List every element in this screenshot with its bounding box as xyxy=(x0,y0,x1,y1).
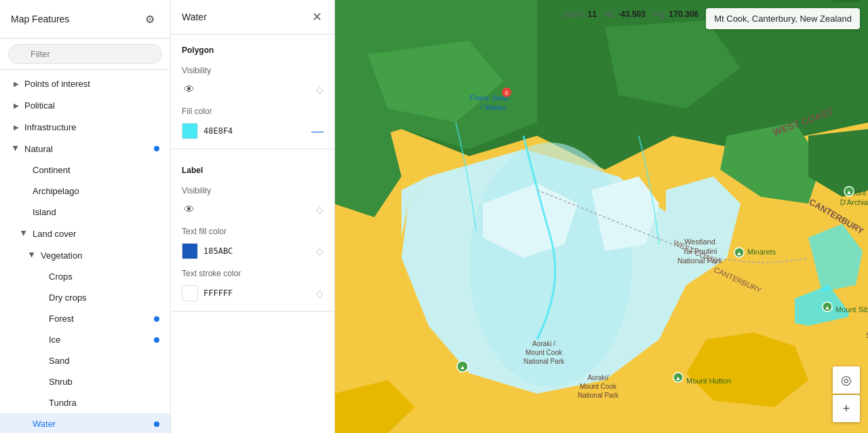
expand-arrow: ▶ xyxy=(19,228,30,239)
map-area[interactable]: zoom: 11 lat: -43.503 lng: 170.306 Mt Co… xyxy=(335,0,868,433)
sidebar-list: ▶Points of interest▶Political▶Infrastruc… xyxy=(0,70,170,433)
map-info-bar: zoom: 11 lat: -43.503 lng: 170.306 xyxy=(563,10,698,19)
color-swatch[interactable] xyxy=(182,243,198,259)
expand-arrow: ▶ xyxy=(11,143,22,154)
sidebar-item-label: Island xyxy=(33,207,159,217)
svg-text:Mount Hutton: Mount Hutton xyxy=(686,377,731,385)
filter-input[interactable] xyxy=(8,44,162,64)
svg-text:6: 6 xyxy=(505,90,508,96)
svg-text:▲: ▲ xyxy=(846,189,852,195)
sidebar-item-label: Points of interest xyxy=(24,79,159,89)
lng-label: lng: 170.306 xyxy=(654,10,698,19)
sidebar: Map Features ⚙ ☰ ▶Points of interest▶Pol… xyxy=(0,0,171,433)
lng-value: 170.306 xyxy=(669,10,698,19)
diamond-icon[interactable]: ◇ xyxy=(316,288,323,299)
expand-arrow: ▶ xyxy=(11,78,22,89)
zoom-in-button[interactable]: + xyxy=(833,395,860,422)
filter-wrap: ☰ xyxy=(8,44,162,64)
svg-text:National Park: National Park xyxy=(578,392,619,399)
sidebar-item-land-cover[interactable]: ▶Land cover xyxy=(0,223,170,244)
lat-label: lat: -43.503 xyxy=(605,10,646,19)
sidebar-item-continent[interactable]: Continent xyxy=(0,159,170,181)
sidebar-item-crops[interactable]: Crops xyxy=(0,266,170,287)
sidebar-item-label: Vegetation xyxy=(41,250,159,261)
sidebar-item-archipelago[interactable]: Archipelago xyxy=(0,181,170,202)
sidebar-item-infrastructure[interactable]: ▶Infrastructure xyxy=(0,116,170,138)
settings-button[interactable]: ⚙ xyxy=(140,10,159,29)
svg-text:Aoraki /: Aoraki / xyxy=(532,340,555,347)
divider xyxy=(171,311,334,312)
color-row: 48E8F4 — xyxy=(171,119,334,143)
minus-icon[interactable]: — xyxy=(311,125,323,137)
svg-text:/ Waiau: / Waiau xyxy=(481,103,506,111)
sidebar-item-ice[interactable]: Ice xyxy=(0,329,170,350)
expand-arrow: ▶ xyxy=(11,100,22,111)
svg-text:▲: ▲ xyxy=(675,375,682,381)
zoom-value: 11 xyxy=(587,10,596,19)
location-button[interactable]: ◎ xyxy=(833,366,860,394)
color-swatch[interactable] xyxy=(182,123,198,139)
sidebar-item-tundra[interactable]: Tundra xyxy=(0,392,170,413)
dot-indicator xyxy=(154,316,159,322)
sidebar-item-label: Crops xyxy=(49,271,159,282)
dot-indicator xyxy=(154,421,159,427)
eye-icon[interactable]: 👁 xyxy=(182,82,197,97)
sidebar-item-label: Archipelago xyxy=(33,186,159,196)
section-title-polygon: Polygon xyxy=(171,35,334,60)
color-row: FFFFFF ◇ xyxy=(171,281,334,305)
sidebar-item-label: Tundra xyxy=(49,398,159,408)
detail-row-label: Visibility xyxy=(171,60,334,78)
sidebar-header: Map Features ⚙ xyxy=(0,0,170,39)
svg-text:D'Archiac: D'Archiac xyxy=(840,198,868,206)
detail-header: Water ✕ xyxy=(171,0,334,35)
sidebar-item-label: Political xyxy=(24,100,159,111)
svg-text:▲: ▲ xyxy=(736,250,743,257)
sidebar-item-vegetation[interactable]: ▶Vegetation xyxy=(0,244,170,266)
svg-text:Minarets: Minarets xyxy=(747,248,776,256)
location-label: Mt Cook, Canterbury, New Zealand xyxy=(714,14,852,24)
sidebar-item-label: Ice xyxy=(49,335,154,345)
sidebar-item-forest[interactable]: Forest xyxy=(0,308,170,329)
diamond-icon[interactable]: ◇ xyxy=(316,246,323,257)
diamond-icon[interactable]: ◇ xyxy=(316,84,323,95)
sidebar-item-label: Infrastructure xyxy=(24,122,159,132)
sidebar-title: Map Features xyxy=(11,14,69,24)
map-svg: Westland Tai Poutini National Park Aorak… xyxy=(335,0,868,433)
sidebar-item-water[interactable]: Water xyxy=(0,413,170,433)
sidebar-item-political[interactable]: ▶Political xyxy=(0,94,170,116)
sidebar-item-label: Sand xyxy=(49,356,159,366)
svg-text:Mount Sibbald: Mount Sibbald xyxy=(835,305,868,314)
color-swatch[interactable] xyxy=(182,285,198,301)
map-controls: ⛶ ◎ + xyxy=(833,366,860,422)
sidebar-item-island[interactable]: Island xyxy=(0,202,170,223)
sidebar-item-sand[interactable]: Sand xyxy=(0,350,170,371)
sidebar-item-label: Dry crops xyxy=(49,293,159,303)
sidebar-item-label: Natural xyxy=(24,144,154,154)
zoom-label: zoom: 11 xyxy=(563,10,596,19)
color-value: FFFFFF xyxy=(203,288,233,298)
dot-indicator xyxy=(154,337,159,343)
sidebar-item-shrub[interactable]: Shrub xyxy=(0,371,170,392)
sidebar-item-label: Continent xyxy=(33,165,159,175)
detail-row-label: Text fill color xyxy=(171,221,334,239)
svg-text:Mount Cook: Mount Cook xyxy=(526,349,563,356)
detail-row-label: Fill color xyxy=(171,101,334,119)
sidebar-item-label: Forest xyxy=(49,314,154,324)
diamond-icon[interactable]: ◇ xyxy=(316,204,323,215)
eye-icon[interactable]: 👁 xyxy=(182,202,197,217)
location-tooltip: Mt Cook, Canterbury, New Zealand xyxy=(706,8,860,29)
svg-text:National Park: National Park xyxy=(524,358,565,365)
visibility-row: 👁 ◇ xyxy=(171,78,334,101)
expand-arrow: ▶ xyxy=(11,121,22,132)
filter-bar: ☰ xyxy=(0,39,170,70)
svg-text:Aoraki/: Aoraki/ xyxy=(587,374,608,381)
sidebar-item-natural[interactable]: ▶Natural xyxy=(0,138,170,159)
sidebar-item-dry-crops[interactable]: Dry crops xyxy=(0,287,170,308)
sidebar-item-points-of-interest[interactable]: ▶Points of interest xyxy=(0,73,170,94)
detail-panel: Water ✕ PolygonVisibility 👁 ◇ Fill color… xyxy=(171,0,335,433)
sidebar-item-label: Shrub xyxy=(49,377,159,387)
detail-row-label: Text stroke color xyxy=(171,263,334,281)
detail-panel-title: Water xyxy=(182,12,207,22)
svg-text:▲: ▲ xyxy=(460,364,466,371)
close-button[interactable]: ✕ xyxy=(311,10,323,24)
